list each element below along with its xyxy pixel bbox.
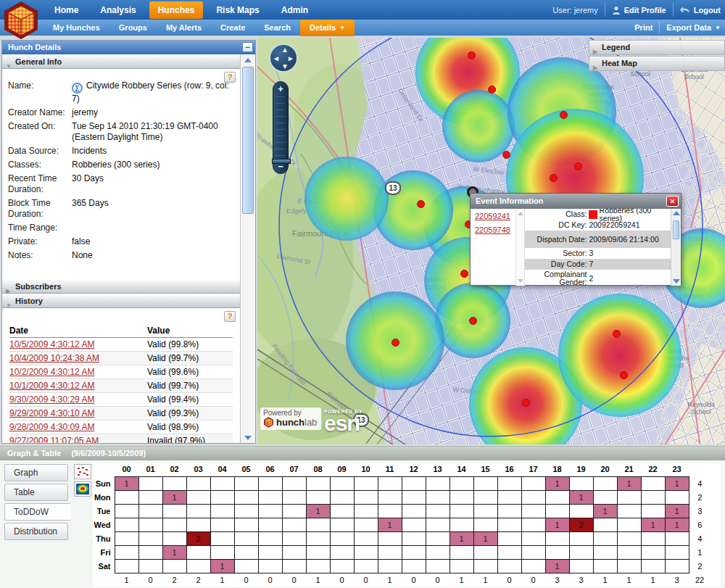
section-general-info[interactable]: ▼ General Info <box>2 54 240 69</box>
nav-tab-analysis[interactable]: Analysis <box>89 1 146 19</box>
export-data-button[interactable]: Export Data ▼ <box>666 23 721 32</box>
esri-attribution: POWERED BY esri <box>324 409 362 433</box>
toddow-cell <box>450 490 473 504</box>
field-value: Tue Sep 14 2010 21:30:19 GMT-0400 (Easte… <box>72 121 234 143</box>
triangle-right-icon: ▶ <box>593 61 597 75</box>
toddow-cell <box>450 559 473 573</box>
edit-profile-button[interactable]: Edit Profile <box>612 6 666 15</box>
print-button[interactable]: Print <box>634 23 652 32</box>
toddow-cell <box>354 545 378 559</box>
column-total: 3 <box>665 573 689 587</box>
history-date-link[interactable]: 9/27/2009 11:07:05 AM <box>9 436 99 443</box>
heatmap-icon[interactable] <box>74 481 91 497</box>
event-point[interactable] <box>488 86 496 94</box>
zoom-out-button[interactable]: − <box>273 161 288 172</box>
close-icon[interactable]: ✕ <box>666 196 679 207</box>
attribute-label: Complainant Gender: <box>525 270 589 286</box>
history-date-link[interactable]: 9/30/2009 4:30:29 AM <box>9 394 94 405</box>
event-detail-scrollbar[interactable] <box>671 209 681 286</box>
zoom-slider-track[interactable] <box>276 96 286 159</box>
nav-tab-search[interactable]: Search <box>254 20 300 35</box>
scroll-up-button[interactable] <box>241 54 255 65</box>
pan-up-icon[interactable]: ▲ <box>281 46 289 54</box>
toddow-cell <box>641 504 665 518</box>
event-point[interactable] <box>502 151 510 159</box>
pan-right-icon[interactable]: ► <box>287 54 294 62</box>
toddow-cell: 1 <box>210 559 234 573</box>
event-attribute-row: DC Key:200922059241 <box>525 220 671 231</box>
column-total: 0 <box>234 573 258 587</box>
history-date-link[interactable]: 9/29/2009 4:30:10 AM <box>9 408 94 418</box>
panel-scrollbar[interactable] <box>240 54 255 443</box>
scrollbar-thumb[interactable] <box>242 67 254 214</box>
event-point[interactable] <box>574 162 582 170</box>
pan-down-icon[interactable]: ▼ <box>281 62 289 70</box>
history-date-link[interactable]: 9/28/2009 4:30:09 AM <box>9 422 94 432</box>
field-value: Incidents <box>72 146 234 157</box>
pan-left-icon[interactable]: ◄ <box>273 54 280 62</box>
logout-button[interactable]: Logout <box>680 6 721 15</box>
help-icon[interactable]: ? <box>224 72 236 83</box>
divider <box>659 22 660 33</box>
sigma-icon: Σ <box>72 83 83 94</box>
section-subscribers[interactable]: ▶ Subscribers <box>2 279 240 294</box>
map-label: Stokley School <box>417 277 455 291</box>
section-history[interactable]: ▼ History <box>2 294 240 308</box>
scrollbar-thumb[interactable] <box>673 220 679 239</box>
event-point[interactable] <box>550 174 558 182</box>
toddow-cell: 1 <box>665 504 689 518</box>
event-point[interactable] <box>560 111 568 119</box>
history-date-link[interactable]: 10/1/2009 4:30:12 AM <box>9 381 94 391</box>
nav-tab-risk-maps[interactable]: Risk Maps <box>205 1 270 19</box>
toddow-cell <box>162 518 186 531</box>
scroll-down-button[interactable] <box>241 432 255 443</box>
history-date-link[interactable]: 10/5/2009 4:30:12 AM <box>9 339 94 349</box>
toddow-cell <box>354 504 378 518</box>
hunchlab-logo[interactable] <box>1 1 41 40</box>
nav-tab-groups[interactable]: Groups <box>109 20 157 35</box>
event-point[interactable] <box>392 339 399 347</box>
nav-tab-hunches[interactable]: Hunches <box>149 1 204 19</box>
nav-tab-admin[interactable]: Admin <box>270 1 319 19</box>
nav-tab-details[interactable]: Details▼ <box>300 20 355 36</box>
hour-header: 19 <box>569 463 593 476</box>
minimize-button[interactable]: − <box>242 42 253 52</box>
event-id-link[interactable]: 22059241 <box>475 212 514 220</box>
bottom-tab-toddow[interactable]: ToDDoW <box>4 503 71 521</box>
nav-tab-home[interactable]: Home <box>44 1 89 19</box>
legend-section[interactable]: ▶ Legend <box>589 40 725 55</box>
history-date-link[interactable]: 10/2/2009 4:30:12 AM <box>9 367 94 377</box>
event-point[interactable] <box>613 330 621 338</box>
nav-tab-my-hunches[interactable]: My Hunches <box>44 20 109 35</box>
help-icon[interactable]: ? <box>224 311 236 322</box>
field-label: Recent Time Duration: <box>8 173 72 195</box>
event-popup-header[interactable]: Event Information ✕ <box>471 194 681 209</box>
zoom-in-button[interactable]: + <box>273 83 288 94</box>
event-point[interactable] <box>522 399 530 407</box>
event-list-scrollbar[interactable] <box>515 209 525 286</box>
event-point[interactable] <box>460 270 468 278</box>
nav-tab-create[interactable]: Create <box>211 20 254 35</box>
bottom-tab-graph[interactable]: Graph <box>4 464 68 481</box>
map-pan-control[interactable]: ▲ ▼ ◄ ► <box>269 44 298 73</box>
history-value-cell: Valid (98.9%) <box>147 421 233 434</box>
toddow-cell <box>497 518 521 531</box>
bottom-tab-distribution[interactable]: Distribution <box>4 523 68 540</box>
event-id-link[interactable]: 22059748 <box>475 225 514 234</box>
toddow-cell <box>402 545 426 559</box>
event-point[interactable] <box>468 51 476 59</box>
scatter-points-icon[interactable] <box>74 464 91 479</box>
nav-tab-my-alerts[interactable]: My Alerts <box>157 20 211 35</box>
event-point[interactable] <box>417 200 425 208</box>
history-date-link[interactable]: 10/4/2009 10:24:38 AM <box>9 353 99 363</box>
event-point[interactable] <box>469 317 477 325</box>
history-row: 10/5/2009 4:30:12 AMValid (99.8%) <box>9 338 233 352</box>
toddow-cell <box>402 504 426 518</box>
map-zoom-slider[interactable]: + − <box>273 81 289 174</box>
divider <box>673 3 674 17</box>
hour-header: 12 <box>402 463 426 476</box>
map-canvas[interactable]: Walton SchoolFitzsimons Middle SchoolCol… <box>257 38 725 444</box>
heat-map-section[interactable]: ▶ Heat Map <box>589 56 725 71</box>
event-point[interactable] <box>620 371 628 379</box>
bottom-tab-table[interactable]: Table <box>4 484 68 501</box>
